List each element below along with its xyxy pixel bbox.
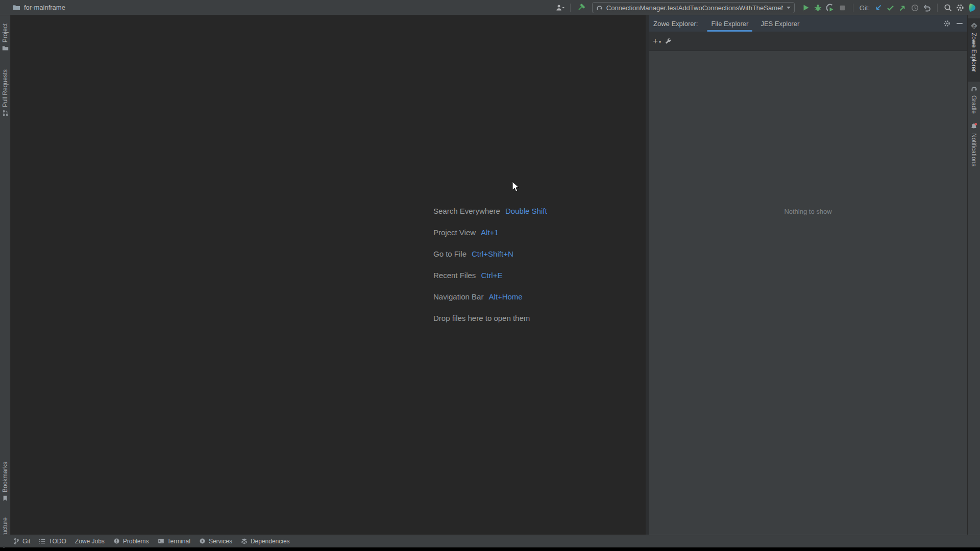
stripe-project-label: Project: [2, 23, 9, 42]
stripe-gradle-label: Gradle: [970, 95, 977, 114]
left-tool-stripe: Project Pull Requests Bookmarks Structur…: [0, 15, 11, 547]
run-configuration-name: ConnectionManager.testAddTwoConnectionsW…: [606, 4, 783, 12]
editor-empty-area: Search Everywhere Double Shift Project V…: [11, 15, 646, 535]
bookmark-icon: [2, 495, 8, 502]
stripe-notifications[interactable]: Notifications: [968, 122, 980, 166]
shortcut-row: Search Everywhere Double Shift: [433, 206, 547, 216]
tool-window-toolbar: +▾: [649, 32, 967, 51]
plugin-gradient-icon[interactable]: [966, 2, 978, 14]
project-name: for-mainframe: [24, 4, 65, 11]
statusbar-services[interactable]: Services: [199, 538, 232, 545]
project-widget[interactable]: for-mainframe: [12, 4, 65, 12]
stop-button: [837, 2, 849, 14]
keyboard-shortcuts-hints: Search Everywhere Double Shift Project V…: [433, 206, 547, 323]
stripe-pull-requests[interactable]: Pull Requests: [0, 69, 10, 116]
git-push-icon[interactable]: [896, 2, 909, 14]
stripe-project[interactable]: Project: [0, 23, 10, 52]
stripe-pull-requests-label: Pull Requests: [2, 69, 9, 107]
statusbar-zowe-jobs[interactable]: Zowe Jobs: [75, 538, 105, 545]
main-toolbar: for-mainframe ConnectionManager.testAddT…: [0, 0, 980, 15]
rollback-icon[interactable]: [921, 2, 933, 14]
hide-tool-window-icon[interactable]: [956, 20, 963, 27]
status-bar: Git TODO Zowe Jobs Problems Terminal: [0, 535, 980, 547]
add-connection-button[interactable]: +▾: [653, 37, 658, 45]
services-icon: [199, 538, 206, 544]
folder-icon: [12, 4, 20, 12]
shortcut-row: Project View Alt+1: [433, 228, 547, 238]
dependencies-icon: [241, 538, 248, 544]
stripe-bookmarks[interactable]: Bookmarks: [0, 462, 10, 502]
right-tool-stripe: Z Zowe Explorer Gradle Notifications: [967, 15, 980, 547]
stripe-zowe-explorer[interactable]: Z Zowe Explorer: [968, 21, 980, 72]
wrench-settings-icon[interactable]: [664, 37, 672, 45]
build-hammer-icon[interactable]: [575, 2, 587, 14]
folder-icon: [2, 45, 9, 52]
debug-button[interactable]: [812, 2, 824, 14]
toolbar-separator: [570, 4, 571, 12]
svg-text:Z: Z: [973, 24, 975, 29]
run-configuration-combo[interactable]: ConnectionManager.testAddTwoConnectionsW…: [592, 2, 795, 13]
stripe-notifications-label: Notifications: [970, 133, 977, 166]
toolbar-separator: [937, 4, 938, 12]
shortcut-row: Recent Files Ctrl+E: [433, 270, 547, 281]
stripe-gradle[interactable]: Gradle: [968, 85, 980, 114]
settings-gear-icon[interactable]: [954, 2, 966, 14]
statusbar-todo[interactable]: TODO: [39, 538, 66, 545]
git-label: Git:: [860, 4, 870, 12]
tool-window-title: Zowe Explorer:: [653, 20, 698, 28]
problems-icon: [113, 538, 120, 544]
search-icon[interactable]: [942, 2, 954, 14]
tool-window-gear-icon[interactable]: [943, 19, 951, 28]
empty-state-text: Nothing to show: [649, 208, 967, 215]
tool-window-header: Zowe Explorer: File Explorer JES Explore…: [649, 15, 967, 32]
ide-window: for-mainframe ConnectionManager.testAddT…: [0, 0, 980, 551]
chevron-down-icon: [786, 6, 791, 10]
todo-icon: [39, 538, 45, 544]
window-bottom-edge: [0, 547, 980, 551]
statusbar-problems[interactable]: Problems: [113, 538, 149, 545]
chevron-down-icon: ▾: [659, 38, 661, 46]
stripe-bookmarks-label: Bookmarks: [2, 462, 9, 492]
terminal-icon: [158, 538, 164, 544]
shortcut-row: Navigation Bar Alt+Home: [433, 292, 547, 302]
git-branch-icon: [13, 538, 19, 545]
gradle-icon: [970, 85, 978, 93]
coverage-button[interactable]: [824, 2, 837, 14]
statusbar-git[interactable]: Git: [13, 538, 30, 545]
history-icon: [909, 2, 921, 14]
zowe-explorer-tool-window: Zowe Explorer: File Explorer JES Explore…: [649, 15, 967, 535]
bell-icon: [970, 122, 978, 131]
statusbar-terminal[interactable]: Terminal: [158, 538, 190, 545]
tab-jes-explorer[interactable]: JES Explorer: [754, 15, 805, 32]
pull-request-icon: [2, 110, 9, 116]
toolbar-separator: [853, 4, 853, 12]
stripe-zowe-explorer-label: Zowe Explorer: [970, 33, 977, 72]
git-commit-icon[interactable]: [884, 2, 896, 14]
git-update-icon[interactable]: [872, 2, 884, 14]
run-button[interactable]: [800, 2, 812, 14]
user-account-icon[interactable]: [554, 2, 566, 14]
mouse-cursor: [512, 181, 521, 195]
statusbar-dependencies[interactable]: Dependencies: [241, 538, 290, 545]
gradle-icon: [596, 4, 603, 12]
shortcut-row: Go to File Ctrl+Shift+N: [433, 249, 547, 259]
shortcut-row-drop-files: Drop files here to open them: [433, 313, 547, 323]
tab-file-explorer[interactable]: File Explorer: [705, 15, 754, 32]
zowe-icon: Z: [970, 21, 978, 30]
